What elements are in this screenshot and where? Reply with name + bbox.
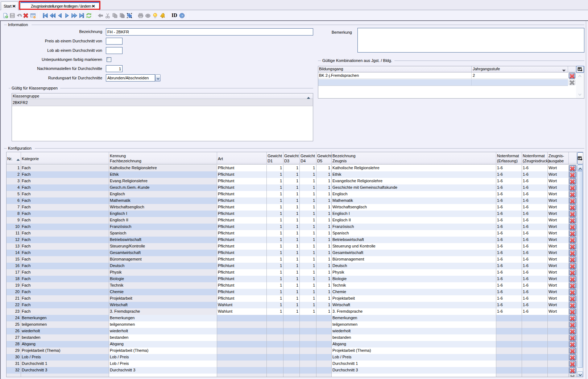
svg-text:?: ? bbox=[181, 14, 183, 18]
